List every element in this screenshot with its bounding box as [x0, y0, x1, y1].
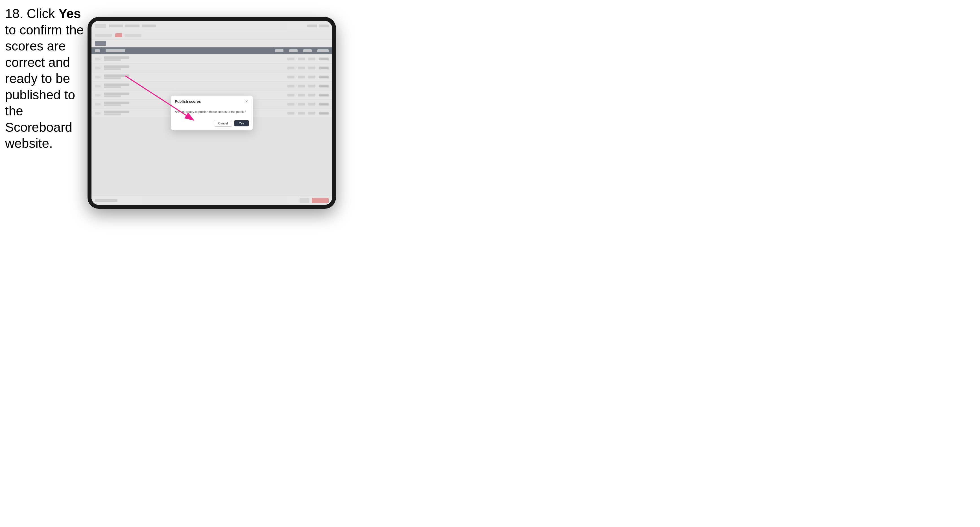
tablet-screen: Publish scores ✕ Are you ready to publis…: [91, 21, 332, 205]
dialog-cancel-button[interactable]: Cancel: [214, 120, 232, 127]
instruction-text: 18. Click Yes to confirm the scores are …: [5, 6, 90, 152]
dialog-footer: Cancel Yes: [171, 117, 253, 130]
dialog-title: Publish scores: [175, 99, 201, 103]
dialog-close-button[interactable]: ✕: [244, 99, 249, 103]
dialog-header: Publish scores ✕: [171, 96, 253, 106]
publish-scores-dialog: Publish scores ✕ Are you ready to publis…: [171, 96, 253, 130]
dialog-overlay: Publish scores ✕ Are you ready to publis…: [91, 21, 332, 205]
dialog-body: Are you ready to publish these scores to…: [171, 106, 253, 117]
dialog-yes-button[interactable]: Yes: [234, 120, 249, 126]
yes-emphasis: Yes: [59, 6, 81, 21]
tablet-device: Publish scores ✕ Are you ready to publis…: [88, 17, 336, 209]
step-number: 18.: [5, 6, 23, 21]
